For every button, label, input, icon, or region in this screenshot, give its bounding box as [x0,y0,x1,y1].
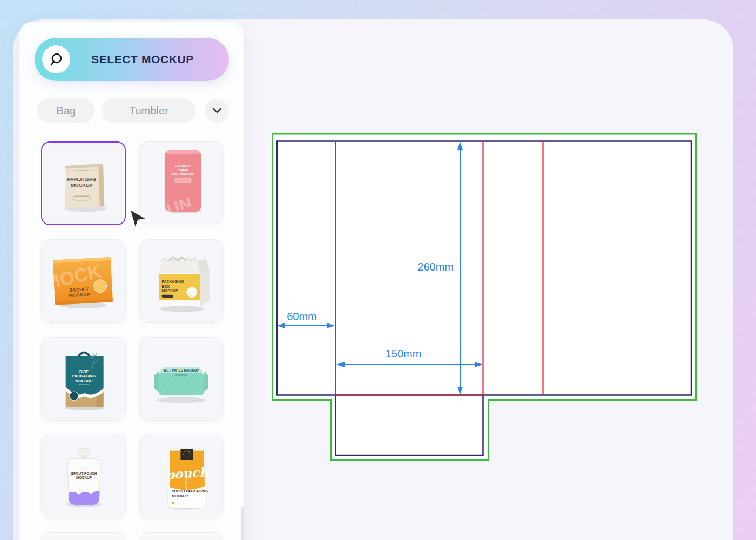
filter-chip-tumbler[interactable]: Tumbler [102,98,195,123]
svg-text:MOCKUP: MOCKUP [76,379,93,383]
svg-text:SPOUT POUCH: SPOUT POUCH [71,471,97,475]
svg-text:MOCKUP: MOCKUP [71,183,93,188]
svg-text:MOCKUP: MOCKUP [69,292,90,298]
svg-text:BOX: BOX [161,285,170,288]
svg-text:LAUNDRY: LAUNDRY [175,164,191,167]
mockup-card-hidden-left[interactable] [41,532,126,540]
mockup-card-sachet[interactable]: MOCK SACHET MOCKUP [41,239,126,323]
sachet-thumbnail: MOCK SACHET MOCKUP [42,240,125,322]
mockup-card-hidden-right[interactable] [139,532,223,540]
filter-chips: Bag Tumbler [37,98,229,123]
sidebar-scrollbar[interactable] [241,507,244,540]
svg-text:WET WIPES MOCKUP: WET WIPES MOCKUP [163,368,199,372]
packaging-box-thumbnail: PACKAGING BOX MOCKUP [140,240,222,322]
mockup-card-wet-wipes[interactable]: WET WIPES MOCKUP [139,337,223,421]
select-mockup-header[interactable]: SELECT MOCKUP [35,38,229,81]
paper-bag-thumbnail: PAPER BAG MOCKUP [42,143,125,224]
svg-text:MOCKUP: MOCKUP [161,289,178,293]
mockup-card-spout-pouch[interactable]: SPOUT POUCH MOCKUP [41,435,126,518]
filter-chip-bag[interactable]: Bag [37,98,94,123]
mockup-card-pouch-packaging[interactable]: pouch POUCH PACKAGING MOCKUP [139,435,223,518]
mockup-grid: PAPER BAG MOCKUP AUN LAUNDRY LIQUID BAG … [41,141,223,540]
search-icon [42,45,70,73]
svg-text:RICE: RICE [79,369,89,374]
svg-text:PACKAGING: PACKAGING [161,280,184,284]
svg-text:LIQUID: LIQUID [177,168,188,172]
pouch-packaging-thumbnail: pouch POUCH PACKAGING MOCKUP [140,435,222,518]
app: 260mm 60mm 150mm SELECT MOCKUP Bag [0,0,756,540]
filter-expand-button[interactable] [205,99,229,123]
mockup-card-paper-bag[interactable]: PAPER BAG MOCKUP [41,141,126,225]
chevron-down-icon [212,107,222,114]
mockup-sidebar: SELECT MOCKUP Bag Tumbler [19,22,244,540]
svg-text:PAPER BAG: PAPER BAG [67,177,96,182]
wet-wipes-thumbnail: WET WIPES MOCKUP [140,338,222,420]
svg-text:MOCKUP: MOCKUP [76,476,92,480]
mockup-card-packaging-box[interactable]: PACKAGING BOX MOCKUP [139,239,223,323]
select-mockup-label: SELECT MOCKUP [70,53,229,66]
mockup-card-laundry-liquid-bag[interactable]: AUN LAUNDRY LIQUID BAG MOCKUP [139,141,223,225]
hidden-thumbnail [140,533,222,540]
spout-pouch-thumbnail: SPOUT POUCH MOCKUP [42,435,125,518]
mockup-card-rice-packaging[interactable]: RICE PACKAGING MOCKUP [41,337,126,421]
rice-packaging-thumbnail: RICE PACKAGING MOCKUP [42,338,125,420]
hidden-thumbnail [42,533,125,540]
laundry-liquid-bag-thumbnail: AUN LAUNDRY LIQUID BAG MOCKUP [140,142,222,225]
svg-text:MOCKUP: MOCKUP [172,494,188,498]
svg-text:BAG MOCKUP: BAG MOCKUP [172,172,194,176]
svg-text:POUCH PACKAGING: POUCH PACKAGING [172,489,208,493]
